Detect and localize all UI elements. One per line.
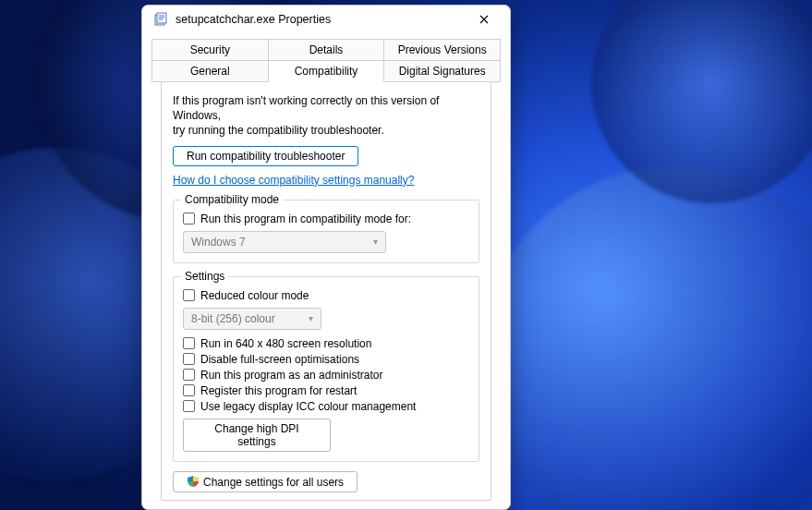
tab-digital-signatures[interactable]: Digital Signatures: [384, 60, 501, 82]
compat-os-select[interactable]: Windows 7 ▾: [183, 231, 386, 253]
change-dpi-button[interactable]: Change high DPI settings: [183, 419, 331, 452]
window-title: setupcatchchar.exe Properties: [176, 13, 464, 26]
help-link[interactable]: How do I choose compatibility settings m…: [173, 174, 414, 187]
checkbox-reduced-colour-label: Reduced colour mode: [200, 289, 309, 302]
tab-security[interactable]: Security: [151, 39, 269, 60]
checkbox-run-admin-label: Run this program as an administrator: [200, 369, 382, 382]
change-all-users-button[interactable]: Change settings for all users: [173, 471, 358, 492]
checkbox-disable-fullscreen-label: Disable full-screen optimisations: [200, 353, 359, 366]
tab-strip: Security Details Previous Versions Gener…: [142, 33, 510, 510]
checkbox-640x480[interactable]: [183, 337, 195, 349]
tab-general[interactable]: General: [151, 60, 269, 82]
tab-compatibility[interactable]: Compatibility: [269, 60, 385, 82]
checkbox-register-restart-label: Register this program for restart: [200, 384, 357, 397]
checkbox-register-restart[interactable]: [183, 384, 195, 396]
chevron-down-icon: ▾: [373, 237, 378, 247]
checkbox-legacy-icc-label: Use legacy display ICC colour management: [200, 400, 416, 413]
desktop-background: setupcatchchar.exe Properties Security D…: [0, 0, 812, 510]
group-compatibility-mode: Compatibility mode Run this program in c…: [173, 200, 479, 263]
run-troubleshooter-button[interactable]: Run compatibility troubleshooter: [173, 146, 358, 166]
close-button[interactable]: [464, 6, 504, 33]
checkbox-reduced-colour[interactable]: [183, 289, 195, 301]
colour-mode-value: 8-bit (256) colour: [191, 312, 275, 325]
bg-petal: [480, 166, 812, 510]
colour-mode-select[interactable]: 8-bit (256) colour ▾: [183, 308, 321, 330]
intro-line1: If this program isn't working correctly …: [173, 94, 439, 122]
checkbox-legacy-icc[interactable]: [183, 400, 195, 412]
close-icon: [479, 15, 489, 24]
group-title-compat: Compatibility mode: [181, 193, 283, 206]
shield-icon: [187, 475, 200, 488]
checkbox-640x480-label: Run in 640 x 480 screen resolution: [200, 337, 371, 350]
tab-details[interactable]: Details: [269, 39, 385, 60]
checkbox-disable-fullscreen[interactable]: [183, 353, 195, 365]
tab-pane-compatibility: If this program isn't working correctly …: [161, 82, 491, 501]
intro-text: If this program isn't working correctly …: [173, 93, 479, 139]
titlebar: setupcatchchar.exe Properties: [142, 6, 510, 33]
chevron-down-icon: ▾: [309, 313, 313, 323]
compat-os-value: Windows 7: [191, 236, 246, 249]
group-title-settings: Settings: [181, 270, 228, 283]
intro-line2: try running the compatibility troublesho…: [173, 124, 384, 137]
properties-dialog: setupcatchchar.exe Properties Security D…: [141, 5, 511, 510]
checkbox-compat-mode[interactable]: [183, 212, 195, 225]
group-settings: Settings Reduced colour mode 8-bit (256)…: [173, 276, 479, 462]
app-icon: [153, 12, 168, 27]
checkbox-compat-mode-label: Run this program in compatibility mode f…: [200, 212, 411, 225]
tab-previous-versions[interactable]: Previous Versions: [384, 39, 501, 60]
change-all-users-label: Change settings for all users: [203, 476, 344, 489]
checkbox-run-admin[interactable]: [183, 369, 195, 381]
